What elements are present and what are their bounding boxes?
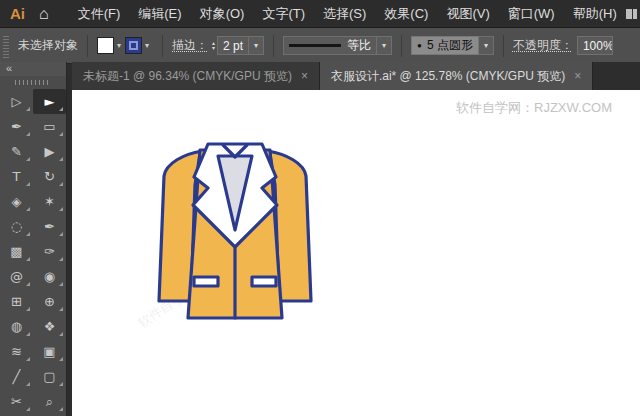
opacity-label[interactable]: 不透明度：: [513, 37, 573, 54]
knife-tool[interactable]: ╱: [0, 364, 33, 389]
symbols-tool-icon: ▣: [43, 345, 55, 358]
twirl-tool-icon: @: [10, 270, 23, 283]
selection-tool[interactable]: ►: [33, 89, 66, 114]
menu-item-2[interactable]: 对象(O): [191, 0, 254, 27]
blend-tool-icon: ≋: [11, 345, 22, 358]
artboard-tool[interactable]: ▢: [33, 364, 66, 389]
gradient-tool-icon: ▩: [10, 245, 22, 258]
eraser-tool-icon: ◈: [12, 195, 22, 208]
type-tool-icon: T: [13, 170, 21, 183]
menu-item-7[interactable]: 窗口(W): [499, 0, 564, 27]
symbol-sprayer-tool[interactable]: ◉: [33, 264, 66, 289]
rectangular-grid-tool[interactable]: ⊞: [0, 289, 33, 314]
menu-item-3[interactable]: 文字(T): [253, 0, 314, 27]
collapse-panel-icon[interactable]: «: [6, 62, 12, 74]
artboard-tool-icon: ▢: [43, 370, 55, 383]
menu-item-5[interactable]: 效果(C): [375, 0, 437, 27]
stroke-color-swatch[interactable]: [125, 37, 142, 54]
stroke-weight-stepper[interactable]: ▴ ▾: [212, 41, 215, 51]
divider: [273, 35, 274, 57]
menu-item-6[interactable]: 视图(V): [437, 0, 498, 27]
tools-panel: « ▷►✒▭✎▶T↻◈✶◌✒▩✑@◉⊞⊕◍❖≋▣╱▢✂⌕: [0, 62, 67, 416]
polar-grid-tool[interactable]: ⊕: [33, 289, 66, 314]
workspace-switcher[interactable]: ▾: [626, 9, 640, 19]
divider: [87, 35, 88, 57]
control-bar-grip[interactable]: [3, 34, 9, 58]
site-watermark: 软件自学网：RJZXW.COM: [456, 99, 612, 117]
stroke-weight-value[interactable]: 2 pt: [217, 36, 249, 55]
lasso-tool-icon: ◌: [11, 220, 22, 233]
stroke-weight-dropdown[interactable]: ▾: [249, 36, 264, 55]
menu-item-1[interactable]: 编辑(E): [129, 0, 190, 27]
chevron-down-icon[interactable]: ▾: [117, 41, 121, 50]
add-anchor-point-tool[interactable]: ✒: [33, 214, 66, 239]
menu-bar: Ai ⌂ 文件(F)编辑(E)对象(O)文字(T)选择(S)效果(C)视图(V)…: [0, 0, 640, 27]
rectangular-grid-tool-icon: ⊞: [11, 295, 22, 308]
twirl-tool[interactable]: @: [0, 264, 33, 289]
stroke-weight-label[interactable]: 描边：: [172, 37, 208, 54]
group-selection-tool[interactable]: ▷: [0, 89, 33, 114]
control-bar: 未选择对象 ▾ ▾ 描边： ▴ ▾ 2 pt ▾ 等比 ▾ ● 5 点圆形 ▾ …: [0, 27, 640, 64]
width-profile-chevron[interactable]: ▾: [377, 36, 392, 55]
knife-tool-icon: ╱: [13, 370, 21, 383]
rectangle-tool-icon: ▭: [43, 120, 55, 133]
type-tool[interactable]: T: [0, 164, 33, 189]
polar-grid-tool-icon: ⊕: [44, 295, 55, 308]
chevron-down-icon[interactable]: ▾: [145, 41, 149, 50]
eraser-tool[interactable]: ◈: [0, 189, 33, 214]
pen-tool-icon: ✒: [11, 120, 22, 133]
scissors-tool-icon: ✂: [11, 395, 22, 408]
rotate-tool[interactable]: ↻: [33, 164, 66, 189]
divider: [162, 35, 163, 57]
puppet-warp-tool[interactable]: ❖: [33, 314, 66, 339]
curvature-tool-icon: ▶: [45, 145, 55, 158]
tab-close-icon[interactable]: ×: [301, 70, 308, 82]
shape-builder-tool[interactable]: ◍: [0, 314, 33, 339]
paintbrush-tool-icon: ✎: [11, 145, 22, 158]
brush-dropdown-chevron[interactable]: ▾: [479, 36, 494, 55]
tools-panel-header[interactable]: «: [0, 62, 66, 76]
stepper-down-icon[interactable]: ▾: [212, 46, 215, 51]
fill-color-swatch[interactable]: [97, 37, 114, 54]
curvature-tool[interactable]: ▶: [33, 139, 66, 164]
tools-panel-grip[interactable]: [0, 76, 66, 89]
menu-item-4[interactable]: 选择(S): [314, 0, 375, 27]
width-profile-value: 等比: [347, 37, 371, 54]
tab-close-icon[interactable]: ×: [574, 70, 581, 82]
add-anchor-point-tool-icon: ✒: [44, 220, 55, 233]
home-icon[interactable]: ⌂: [39, 6, 49, 22]
paintbrush-tool[interactable]: ✎: [0, 139, 33, 164]
shape-builder-tool-icon: ◍: [11, 320, 22, 333]
stroke-profile-preview-icon: [289, 44, 341, 47]
zoom-tool-icon: ⌕: [46, 395, 53, 408]
menu-bar-items: 文件(F)编辑(E)对象(O)文字(T)选择(S)效果(C)视图(V)窗口(W)…: [69, 0, 626, 27]
tab-bar: 未标题-1 @ 96.34% (CMYK/GPU 预览)×衣服设计.ai* @ …: [72, 62, 640, 90]
brush-value: 5 点圆形: [427, 37, 473, 54]
width-profile-dropdown[interactable]: 等比: [283, 36, 377, 55]
eyedropper-tool[interactable]: ✑: [33, 239, 66, 264]
blend-tool[interactable]: ≋: [0, 339, 33, 364]
eyedropper-tool-icon: ✑: [44, 245, 55, 258]
selection-tool-icon: ►: [45, 95, 55, 108]
menu-item-0[interactable]: 文件(F): [69, 0, 130, 27]
magic-wand-tool[interactable]: ✶: [33, 189, 66, 214]
jacket-group: [159, 144, 311, 318]
document-tab-2[interactable]: 衣服设计.ai* @ 125.78% (CMYK/GPU 预览)×: [320, 62, 593, 90]
scissors-tool[interactable]: ✂: [0, 389, 33, 414]
rectangle-tool[interactable]: ▭: [33, 114, 66, 139]
brush-dropdown[interactable]: ● 5 点圆形: [411, 36, 479, 55]
divider: [401, 35, 402, 57]
artboard-canvas[interactable]: 软件自学网：RJZXW.COM 软件自学网 RJZXW.COM: [72, 90, 640, 416]
zoom-tool[interactable]: ⌕: [33, 389, 66, 414]
pen-tool[interactable]: ✒: [0, 114, 33, 139]
gradient-tool[interactable]: ▩: [0, 239, 33, 264]
menu-item-8[interactable]: 帮助(H): [564, 0, 626, 27]
magic-wand-tool-icon: ✶: [44, 195, 55, 208]
opacity-value[interactable]: 100%: [577, 36, 613, 55]
symbols-tool[interactable]: ▣: [33, 339, 66, 364]
jacket-artwork[interactable]: [150, 130, 320, 330]
tools-grid: ▷►✒▭✎▶T↻◈✶◌✒▩✑@◉⊞⊕◍❖≋▣╱▢✂⌕: [0, 89, 66, 414]
lasso-tool[interactable]: ◌: [0, 214, 33, 239]
ai-logo[interactable]: Ai: [10, 5, 25, 22]
document-tab-1[interactable]: 未标题-1 @ 96.34% (CMYK/GPU 预览)×: [72, 62, 320, 90]
